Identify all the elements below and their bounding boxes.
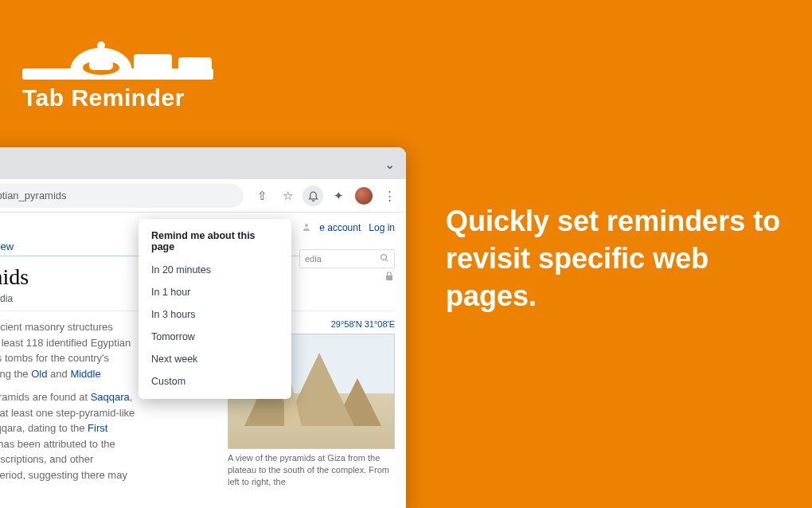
reminder-popup: Remind me about this page In 20 minutes … (139, 219, 291, 399)
search-icon (380, 253, 389, 264)
address-text: ki/Egyptian_pyramids (0, 190, 67, 201)
popup-item-20-minutes[interactable]: In 20 minutes (139, 259, 291, 281)
infobox-caption: A view of the pyramids at Giza from the … (228, 452, 395, 488)
reminder-bell-icon[interactable] (303, 186, 323, 206)
browser-window: ✕ + ⌄ ki/Egyptian_pyramids ⇧ ☆ ✦ ⋮ (0, 147, 406, 508)
popup-item-tomorrow[interactable]: Tomorrow (139, 326, 291, 348)
link-first[interactable]: First (88, 422, 107, 434)
link-saqqara[interactable]: Saqqara (91, 391, 130, 403)
brand-logo: Tab Reminder (22, 16, 213, 111)
address-bar[interactable]: ki/Egyptian_pyramids (0, 184, 244, 208)
wiki-tab-view[interactable]: View (0, 240, 14, 252)
bookmark-star-icon[interactable]: ☆ (277, 186, 298, 206)
top-link-login[interactable]: Log in (369, 222, 395, 234)
tabstrip-chevron-icon[interactable]: ⌄ (385, 157, 395, 172)
page-title: yramids (0, 264, 29, 290)
search-placeholder: edia (305, 254, 322, 264)
brand-name: Tab Reminder (22, 84, 213, 111)
top-link-account[interactable]: e account (319, 222, 361, 234)
popup-item-1-hour[interactable]: In 1 hour (139, 281, 291, 303)
popup-item-next-week[interactable]: Next week (139, 348, 291, 370)
svg-point-1 (381, 255, 387, 260)
brand-logo-graphic (22, 16, 213, 80)
popup-item-custom[interactable]: Custom (139, 370, 291, 393)
wiki-search-input[interactable]: edia (299, 249, 395, 268)
svg-rect-3 (386, 275, 392, 279)
link-middle[interactable]: Middle (70, 368, 100, 380)
link-old[interactable]: Old (31, 368, 47, 380)
promo-headline: Quickly set reminders to revisit specifi… (446, 203, 788, 315)
svg-line-2 (386, 260, 388, 262)
lock-icon (384, 271, 395, 284)
extensions-puzzle-icon[interactable]: ✦ (328, 186, 349, 206)
svg-point-0 (305, 224, 308, 227)
share-icon[interactable]: ⇧ (252, 186, 272, 206)
user-icon (302, 222, 311, 234)
browser-toolbar: ki/Egyptian_pyramids ⇧ ☆ ✦ ⋮ (0, 179, 406, 213)
overflow-menu-icon[interactable]: ⋮ (379, 186, 400, 206)
popup-item-3-hours[interactable]: In 3 hours (139, 303, 291, 326)
browser-tabstrip: ✕ + ⌄ (0, 147, 406, 179)
profile-avatar[interactable] (353, 186, 374, 206)
popup-title: Remind me about this page (139, 227, 291, 259)
